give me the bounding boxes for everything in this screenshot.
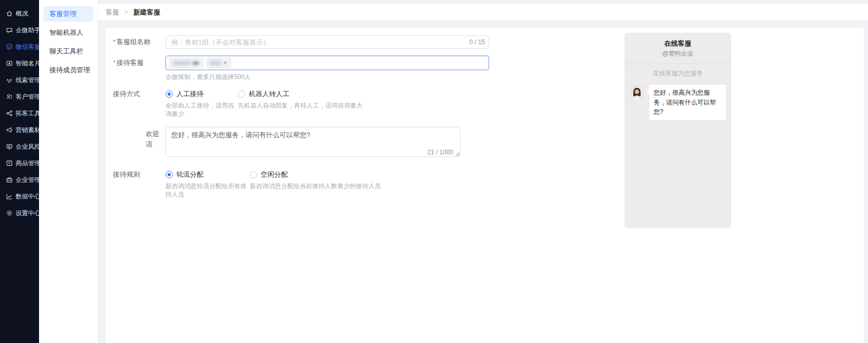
preview-message-bubble: 您好，很高兴为您服务，请问有什么可以帮您? <box>649 85 726 120</box>
staff-tag[interactable] <box>169 58 203 68</box>
reception-mode-row: 接待方式 人工接待 机器人转人工 <box>113 89 864 99</box>
sidebar-item-label: 设置中心 <box>16 209 41 218</box>
welcome-row: 欢迎语 您好，很高兴为您服务，请问有什么可以帮您? 21 / 1000 <box>113 127 864 159</box>
chat-assistant-icon <box>6 27 13 34</box>
sidebar-item-label: 线索管理 <box>16 76 41 85</box>
main-content: 客服 > 新建客服 *客服组名称 0 / 15 <box>98 0 868 343</box>
staff-helper: 企微限制，最多只能选择500人 <box>165 73 251 81</box>
sidebar-item-marketing[interactable]: 营销素材 <box>0 122 39 138</box>
required-asterisk: * <box>113 38 116 46</box>
chat-preview-panel: 在线客服 @爱狗企业 在线客服为您服务 您好，很高兴为您服务，请问有什么可以帮您… <box>624 33 731 228</box>
radio-round-robin[interactable]: 轮流分配 <box>165 170 250 179</box>
app-root: 概况 企微助手 微信客服 智能名片 线索管理 客户管理 拓客工具 营销素材 <box>0 0 868 343</box>
goods-icon <box>6 160 13 167</box>
sidebar-item-qiwei-assistant[interactable]: 企微助手 <box>0 22 39 38</box>
form-card: *客服组名称 0 / 15 *接待客服 <box>106 28 864 343</box>
sidebar-item-label: 智能名片 <box>16 59 41 68</box>
home-icon <box>6 10 13 17</box>
megaphone-icon <box>6 126 13 134</box>
submenu-item-chat-toolbar[interactable]: 聊天工具栏 <box>43 44 93 59</box>
sidebar-item-smart-card[interactable]: 智能名片 <box>0 55 39 72</box>
redacted-name <box>173 61 190 65</box>
users-icon <box>6 93 13 100</box>
sidebar-item-label: 微信客服 <box>16 43 41 51</box>
secondary-sidebar: 客服管理 智能机器人 聊天工具栏 接待成员管理 <box>39 0 98 343</box>
submenu-item-smart-robot[interactable]: 智能机器人 <box>43 25 93 41</box>
group-name-input-wrap: 0 / 15 <box>165 35 489 49</box>
sidebar-item-settings[interactable]: 设置中心 <box>0 205 39 221</box>
sidebar-item-label: 企业风控 <box>16 142 41 151</box>
idle-assign-helper: 新咨询消息分配给当前接待人数最少的接待人员 <box>250 182 381 199</box>
redacted-name <box>210 61 221 65</box>
breadcrumb-current: 新建客服 <box>133 8 160 17</box>
preview-title: 在线客服 <box>624 39 731 48</box>
avatar <box>630 85 644 99</box>
sidebar-item-label: 商品管理 <box>16 159 41 168</box>
preview-subtitle: @爱狗企业 <box>624 49 731 58</box>
submenu-item-cs-management[interactable]: 客服管理 <box>43 6 93 22</box>
radio-idle-assign[interactable]: 空闲分配 <box>250 170 288 179</box>
preview-system-note: 在线客服为您服务 <box>624 69 731 78</box>
pulse-icon <box>6 76 13 84</box>
welcome-counter: 21 / 1000 <box>427 149 453 156</box>
group-name-label: *客服组名称 <box>113 35 165 49</box>
radio-unselected-icon <box>250 171 257 178</box>
reception-staff-input[interactable]: × <box>165 56 489 70</box>
staff-tag[interactable]: × <box>206 58 231 68</box>
card-icon <box>6 60 13 67</box>
breadcrumb-parent[interactable]: 客服 <box>106 8 119 17</box>
group-name-row: *客服组名称 0 / 15 <box>113 35 864 49</box>
radio-unselected-icon <box>238 90 245 98</box>
monitor-icon <box>6 143 13 150</box>
primary-sidebar: 概况 企微助手 微信客服 智能名片 线索管理 客户管理 拓客工具 营销素材 <box>0 0 39 343</box>
submenu-item-reception-members[interactable]: 接待成员管理 <box>43 62 93 78</box>
rule-helper-row: 新咨询消息轮流分配给所有接待人员 新咨询消息分配给当前接待人数最少的接待人员 <box>165 182 864 199</box>
sidebar-item-label: 企业管理 <box>16 176 41 184</box>
sidebar-item-label: 客户管理 <box>16 93 41 101</box>
sidebar-item-risk[interactable]: 企业风控 <box>0 138 39 155</box>
gear-icon <box>6 209 13 217</box>
radio-selected-icon <box>165 171 173 178</box>
manual-reception-helper: 全部由人工接待，适用咨询量少 <box>165 101 238 118</box>
staff-helper-row: 企微限制，最多只能选择500人 <box>165 73 864 81</box>
breadcrumb: 客服 > 新建客服 <box>98 4 868 21</box>
radio-manual-reception[interactable]: 人工接待 <box>165 89 238 99</box>
sidebar-item-wechat-cs[interactable]: 微信客服 <box>0 38 39 55</box>
sidebar-item-company[interactable]: 企业管理 <box>0 172 39 188</box>
mode-helper-row: 全部由人工接待，适用咨询量少 先机器人自动回复，再转人工，适用咨询量大 <box>165 101 864 118</box>
sidebar-item-overview[interactable]: 概况 <box>0 5 39 22</box>
new-cs-form: *客服组名称 0 / 15 *接待客服 <box>106 28 864 199</box>
reception-rule-row: 接待规则 轮流分配 空闲分配 <box>113 169 864 180</box>
group-name-counter: 0 / 15 <box>469 35 485 49</box>
round-robin-helper: 新咨询消息轮流分配给所有接待人员 <box>165 182 250 199</box>
sidebar-item-label: 拓客工具 <box>16 109 41 118</box>
robot-to-manual-helper: 先机器人自动回复，再转人工，适用咨询量大 <box>238 101 363 118</box>
sidebar-item-goods[interactable]: 商品管理 <box>0 155 39 172</box>
sidebar-item-customers[interactable]: 客户管理 <box>0 88 39 105</box>
share-icon <box>6 110 13 117</box>
welcome-label: 欢迎语 <box>113 127 165 150</box>
sidebar-item-label: 概况 <box>16 9 28 18</box>
sidebar-item-label: 数据中心 <box>16 192 41 201</box>
required-asterisk: * <box>113 59 116 67</box>
sidebar-item-leads[interactable]: 线索管理 <box>0 72 39 88</box>
wechat-service-icon <box>6 43 13 50</box>
chart-icon <box>6 193 13 200</box>
redacted-name <box>193 61 199 65</box>
reception-mode-label: 接待方式 <box>113 89 165 99</box>
reception-mode-options: 人工接待 机器人转人工 <box>165 89 289 99</box>
preview-divider <box>624 63 731 64</box>
welcome-textarea[interactable]: 您好，很高兴为您服务，请问有什么可以帮您? <box>165 127 461 157</box>
sidebar-item-label: 营销素材 <box>16 126 41 135</box>
reception-rule-options: 轮流分配 空闲分配 <box>165 169 288 180</box>
sidebar-item-data-center[interactable]: 数据中心 <box>0 188 39 205</box>
reception-staff-row: *接待客服 × <box>113 56 864 70</box>
sidebar-item-label: 企微助手 <box>16 26 41 35</box>
radio-robot-to-manual[interactable]: 机器人转人工 <box>238 89 289 99</box>
welcome-textarea-wrap: 您好，很高兴为您服务，请问有什么可以帮您? 21 / 1000 <box>165 127 461 159</box>
tag-close-icon[interactable]: × <box>223 60 227 66</box>
sidebar-item-tuoke-tools[interactable]: 拓客工具 <box>0 105 39 122</box>
radio-selected-icon <box>165 90 173 98</box>
reception-rule-label: 接待规则 <box>113 169 165 180</box>
group-name-input[interactable] <box>165 35 489 49</box>
